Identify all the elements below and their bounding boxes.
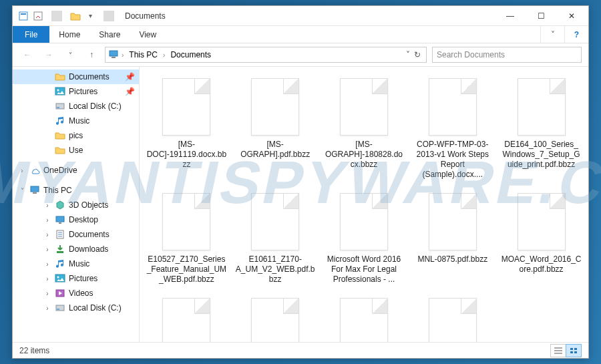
pictures-icon — [54, 273, 66, 284]
nav-item-label: Local Disk (C:) — [69, 102, 122, 111]
file-item[interactable]: COP-WFP-TMP-03-2013-v1 Work Steps Report… — [409, 73, 495, 184]
tree-twisty-icon[interactable]: › — [43, 275, 51, 283]
view-icons-button[interactable] — [566, 344, 582, 357]
svg-rect-8 — [57, 107, 59, 108]
nav-item-label: Local Disk (C:) — [69, 303, 122, 313]
qat-separator-2 — [104, 11, 114, 21]
file-item[interactable] — [321, 293, 407, 342]
breadcrumb[interactable]: This PC — [126, 50, 160, 59]
nav-recent-button[interactable]: ˅ — [62, 47, 78, 63]
file-list-pane[interactable]: [MS-DOC]-191119.docx.bbzz[MS-OGRAPH].pdf… — [140, 67, 588, 342]
file-item[interactable] — [232, 293, 319, 342]
nav-item[interactable]: Documents 📌 — [13, 69, 139, 84]
tab-share[interactable]: Share — [89, 26, 130, 43]
file-item[interactable] — [144, 293, 230, 342]
svg-rect-1 — [21, 13, 26, 15]
nav-item[interactable]: Local Disk (C:) — [13, 99, 139, 114]
file-item[interactable]: Microsoft Word 2016 For Max For Legal Pr… — [321, 188, 407, 289]
file-item[interactable]: DE164_100_Series_Windows_7_Setup_Guide_p… — [498, 73, 584, 184]
quick-access-toolbar: ▾ — [18, 11, 118, 21]
chevron-right-icon[interactable]: › — [163, 51, 165, 59]
tree-twisty-icon[interactable]: › — [43, 260, 51, 268]
svg-rect-0 — [19, 12, 27, 20]
nav-item-label: pics — [69, 131, 83, 140]
nav-item[interactable]: ›Videos — [13, 286, 139, 301]
file-item[interactable] — [409, 293, 495, 342]
svg-rect-22 — [570, 351, 573, 353]
ribbon-tabs: File Home Share View ˅ ? — [13, 26, 588, 43]
new-folder-icon[interactable] — [33, 11, 43, 21]
nav-item[interactable]: ˅This PC — [13, 183, 139, 198]
chevron-right-icon[interactable]: › — [122, 51, 124, 59]
file-item[interactable]: E10611_Z170-A_UM_V2_WEB.pdf.bbzz — [232, 188, 319, 289]
nav-item[interactable]: Use — [13, 143, 139, 158]
qat-separator — [51, 11, 62, 21]
minimize-button[interactable]: — — [495, 6, 526, 26]
explorer-body: Documents 📌Pictures 📌Local Disk (C:)Musi… — [13, 66, 588, 342]
refresh-icon[interactable]: ↻ — [414, 50, 421, 59]
nav-item[interactable]: Music — [13, 114, 139, 128]
title-bar[interactable]: ▾ Documents — ☐ ✕ — [13, 6, 588, 26]
pin-icon: 📌 — [125, 87, 139, 96]
svg-rect-21 — [574, 348, 577, 350]
nav-item-label: Music — [69, 259, 89, 268]
help-icon[interactable]: ? — [564, 26, 588, 43]
maximize-button[interactable]: ☐ — [526, 6, 556, 26]
cloud-icon — [29, 165, 41, 176]
file-item[interactable]: MNL-0875.pdf.bbzz — [409, 188, 495, 289]
file-thumbnail-icon — [251, 78, 299, 136]
address-bar[interactable]: › This PC › Documents ˅ ↻ — [105, 47, 427, 63]
folder-icon[interactable] — [70, 11, 81, 21]
file-thumbnail-icon — [340, 193, 388, 250]
file-item[interactable]: [MS-DOC]-191119.docx.bbzz — [144, 73, 230, 184]
svg-rect-4 — [112, 57, 116, 58]
tree-twisty-icon[interactable]: › — [43, 305, 51, 312]
status-bar: 22 items — [13, 342, 588, 358]
ribbon-expand-icon[interactable]: ˅ — [540, 26, 564, 43]
tree-twisty-icon[interactable]: › — [43, 202, 51, 209]
nav-item[interactable]: ›Music — [13, 256, 139, 271]
qat-overflow-icon[interactable]: ▾ — [85, 11, 95, 21]
breadcrumb[interactable]: Documents — [168, 50, 214, 59]
nav-item[interactable]: ›Downloads — [13, 242, 139, 256]
nav-forward-button[interactable]: → — [41, 47, 57, 63]
tab-view[interactable]: View — [130, 26, 166, 43]
file-item[interactable]: E10527_Z170_Series_Feature_Manual_UM_WEB… — [144, 188, 230, 289]
close-button[interactable]: ✕ — [556, 6, 587, 26]
file-name: [MS-OGRAPH]-180828.docx.bbzz — [324, 140, 404, 170]
navigation-pane[interactable]: Documents 📌Pictures 📌Local Disk (C:)Musi… — [13, 67, 140, 342]
desktop-icon — [54, 214, 66, 225]
file-name: DE164_100_Series_Windows_7_Setup_Guide_p… — [502, 140, 582, 170]
tree-twisty-icon[interactable]: › — [43, 231, 51, 238]
nav-item[interactable]: ›3D Objects — [13, 198, 139, 212]
file-item[interactable]: [MS-OGRAPH].pdf.bbzz — [232, 73, 319, 184]
nav-back-button[interactable]: ← — [19, 47, 35, 63]
nav-up-button[interactable]: ↑ — [83, 47, 99, 63]
tree-twisty-icon[interactable]: › — [43, 290, 51, 297]
file-thumbnail-icon — [429, 78, 477, 136]
nav-item[interactable]: pics — [13, 128, 139, 143]
address-dropdown-icon[interactable]: ˅ — [406, 50, 410, 59]
search-input[interactable]: Search Documents — [432, 47, 582, 63]
tree-twisty-icon[interactable]: › — [18, 167, 26, 174]
tab-home[interactable]: Home — [49, 26, 89, 43]
file-tab[interactable]: File — [13, 26, 49, 43]
nav-item[interactable]: Pictures 📌 — [13, 84, 139, 99]
file-item[interactable]: [MS-OGRAPH]-180828.docx.bbzz — [321, 73, 407, 184]
pc-icon — [29, 185, 41, 196]
tree-twisty-icon[interactable]: ˅ — [18, 187, 26, 194]
properties-icon[interactable] — [18, 11, 29, 21]
tree-twisty-icon[interactable]: › — [43, 216, 51, 224]
nav-item[interactable]: ›Local Disk (C:) — [13, 301, 139, 315]
file-item[interactable]: MOAC_Word_2016_Core.pdf.bbzz — [498, 188, 584, 289]
pc-icon — [108, 49, 119, 61]
tree-twisty-icon[interactable]: › — [43, 246, 51, 253]
music-icon — [54, 116, 66, 126]
nav-item[interactable]: ›Pictures — [13, 271, 139, 286]
nav-item[interactable]: ›OneDrive — [13, 163, 139, 178]
nav-item[interactable]: ›Desktop — [13, 212, 139, 227]
svg-point-6 — [57, 89, 59, 92]
nav-item[interactable]: ›Documents — [13, 227, 139, 242]
view-details-button[interactable] — [550, 344, 566, 357]
nav-item-label: Desktop — [69, 215, 98, 224]
